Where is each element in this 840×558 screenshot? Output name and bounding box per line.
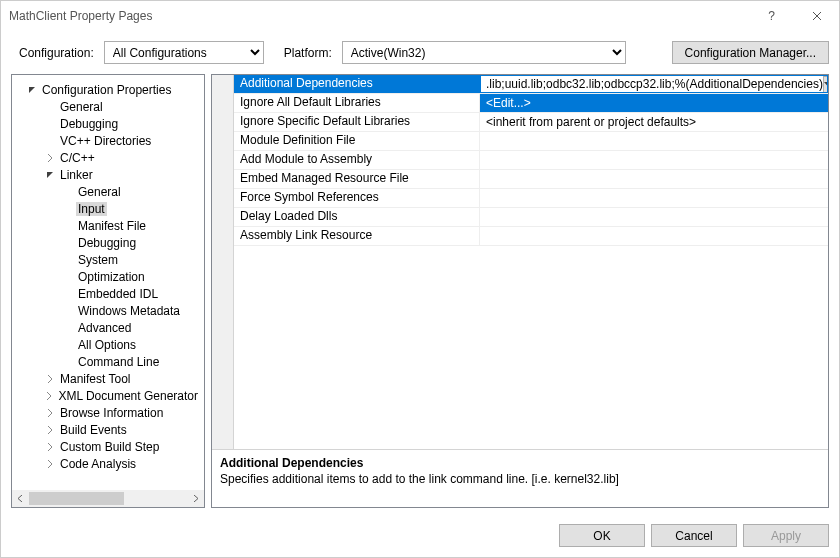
tree-node-linker-windows-metadata[interactable]: Windows Metadata bbox=[12, 302, 204, 319]
close-button[interactable] bbox=[794, 1, 839, 31]
tree-label: Manifest Tool bbox=[58, 372, 132, 386]
tree-node-linker[interactable]: Linker bbox=[12, 166, 204, 183]
grid-gutter bbox=[212, 75, 234, 449]
expander-closed-icon[interactable] bbox=[44, 373, 56, 385]
property-value[interactable] bbox=[480, 208, 828, 226]
property-value[interactable]: <Edit...> bbox=[480, 94, 828, 112]
expander-closed-icon[interactable] bbox=[44, 152, 56, 164]
property-name: Embed Managed Resource File bbox=[234, 170, 480, 188]
configuration-label: Configuration: bbox=[19, 46, 94, 60]
expander-none[interactable] bbox=[62, 254, 74, 266]
expander-none[interactable] bbox=[62, 186, 74, 198]
property-value[interactable] bbox=[480, 151, 828, 169]
tree-node-linker-advanced[interactable]: Advanced bbox=[12, 319, 204, 336]
tree-label: Manifest File bbox=[76, 219, 148, 233]
expander-none[interactable] bbox=[62, 322, 74, 334]
property-value[interactable] bbox=[480, 227, 828, 245]
property-row[interactable]: Module Definition File bbox=[234, 132, 828, 151]
expander-none[interactable] bbox=[44, 118, 56, 130]
property-row[interactable]: Embed Managed Resource File bbox=[234, 170, 828, 189]
tree-node-vc-directories[interactable]: VC++ Directories bbox=[12, 132, 204, 149]
tree-node-linker-manifest-file[interactable]: Manifest File bbox=[12, 217, 204, 234]
property-value-text: <Edit...> bbox=[486, 96, 531, 110]
platform-select[interactable]: Active(Win32) bbox=[342, 41, 626, 64]
property-name: Delay Loaded Dlls bbox=[234, 208, 480, 226]
configuration-manager-button[interactable]: Configuration Manager... bbox=[672, 41, 829, 64]
property-value[interactable] bbox=[480, 189, 828, 207]
expander-none[interactable] bbox=[62, 271, 74, 283]
expander-closed-icon[interactable] bbox=[44, 458, 56, 470]
tree-node-linker-input[interactable]: Input bbox=[12, 200, 204, 217]
property-row[interactable]: Ignore All Default Libraries<Edit...> bbox=[234, 94, 828, 113]
tree-node-ccpp[interactable]: C/C++ bbox=[12, 149, 204, 166]
property-row[interactable]: Assembly Link Resource bbox=[234, 227, 828, 246]
cancel-button[interactable]: Cancel bbox=[651, 524, 737, 547]
property-row[interactable]: Force Symbol References bbox=[234, 189, 828, 208]
tree-node-xml-document-generator[interactable]: XML Document Generator bbox=[12, 387, 204, 404]
tree-node-linker-command-line[interactable]: Command Line bbox=[12, 353, 204, 370]
titlebar: MathClient Property Pages ? bbox=[1, 1, 839, 31]
property-row[interactable]: Additional Dependencies.lib;uuid.lib;odb… bbox=[234, 75, 828, 94]
tree-label: Code Analysis bbox=[58, 457, 138, 471]
tree-node-debugging[interactable]: Debugging bbox=[12, 115, 204, 132]
config-bar: Configuration: All Configurations Platfo… bbox=[1, 31, 839, 74]
tree-node-linker-general[interactable]: General bbox=[12, 183, 204, 200]
tree-node-build-events[interactable]: Build Events bbox=[12, 421, 204, 438]
tree-node-general[interactable]: General bbox=[12, 98, 204, 115]
tree-node-manifest-tool[interactable]: Manifest Tool bbox=[12, 370, 204, 387]
tree-node-browse-information[interactable]: Browse Information bbox=[12, 404, 204, 421]
expander-closed-icon[interactable] bbox=[44, 390, 54, 402]
description-title: Additional Dependencies bbox=[220, 456, 820, 470]
ok-button[interactable]: OK bbox=[559, 524, 645, 547]
nav-tree[interactable]: Configuration Properties GeneralDebuggin… bbox=[11, 74, 205, 508]
property-value[interactable]: <inherit from parent or project defaults… bbox=[480, 113, 828, 131]
tree-node-linker-all-options[interactable]: All Options bbox=[12, 336, 204, 353]
expander-none[interactable] bbox=[62, 237, 74, 249]
tree-node-custom-build-step[interactable]: Custom Build Step bbox=[12, 438, 204, 455]
tree-node-code-analysis[interactable]: Code Analysis bbox=[12, 455, 204, 472]
expander-closed-icon[interactable] bbox=[44, 441, 56, 453]
description-panel: Additional Dependencies Specifies additi… bbox=[212, 449, 828, 507]
expander-none[interactable] bbox=[44, 101, 56, 113]
configuration-select[interactable]: All Configurations bbox=[104, 41, 264, 64]
tree-label: General bbox=[76, 185, 123, 199]
tree-label: XML Document Generator bbox=[56, 389, 200, 403]
tree-label: Embedded IDL bbox=[76, 287, 160, 301]
scroll-left-icon[interactable] bbox=[12, 490, 29, 507]
tree-label: Input bbox=[76, 202, 107, 216]
expander-open-icon[interactable] bbox=[44, 169, 56, 181]
expander-closed-icon[interactable] bbox=[44, 424, 56, 436]
property-row[interactable]: Ignore Specific Default Libraries<inheri… bbox=[234, 113, 828, 132]
tree-label: Optimization bbox=[76, 270, 147, 284]
property-value[interactable] bbox=[480, 132, 828, 150]
expander-none[interactable] bbox=[62, 305, 74, 317]
tree-label: Advanced bbox=[76, 321, 133, 335]
tree-node-linker-optimization[interactable]: Optimization bbox=[12, 268, 204, 285]
property-row[interactable]: Delay Loaded Dlls bbox=[234, 208, 828, 227]
property-value[interactable] bbox=[480, 170, 828, 188]
expander-open-icon[interactable] bbox=[26, 84, 38, 96]
help-button[interactable]: ? bbox=[749, 1, 794, 31]
property-row[interactable]: Add Module to Assembly bbox=[234, 151, 828, 170]
property-name: Add Module to Assembly bbox=[234, 151, 480, 169]
dropdown-button[interactable] bbox=[823, 76, 828, 93]
expander-none[interactable] bbox=[62, 203, 74, 215]
tree-node-linker-system[interactable]: System bbox=[12, 251, 204, 268]
tree-node-linker-embedded-idl[interactable]: Embedded IDL bbox=[12, 285, 204, 302]
dialog-footer: OK Cancel Apply bbox=[1, 514, 839, 557]
scroll-right-icon[interactable] bbox=[187, 490, 204, 507]
property-value[interactable]: .lib;uuid.lib;odbc32.lib;odbccp32.lib;%(… bbox=[480, 75, 828, 93]
expander-none[interactable] bbox=[62, 288, 74, 300]
expander-none[interactable] bbox=[62, 220, 74, 232]
scroll-thumb[interactable] bbox=[29, 492, 124, 505]
expander-none[interactable] bbox=[62, 356, 74, 368]
expander-closed-icon[interactable] bbox=[44, 407, 56, 419]
tree-scrollbar[interactable] bbox=[12, 490, 204, 507]
apply-button[interactable]: Apply bbox=[743, 524, 829, 547]
expander-none[interactable] bbox=[44, 135, 56, 147]
tree-node-root[interactable]: Configuration Properties bbox=[12, 81, 204, 98]
property-grid[interactable]: Additional Dependencies.lib;uuid.lib;odb… bbox=[212, 75, 828, 449]
tree-node-linker-debugging[interactable]: Debugging bbox=[12, 234, 204, 251]
expander-none[interactable] bbox=[62, 339, 74, 351]
tree-label: Custom Build Step bbox=[58, 440, 161, 454]
